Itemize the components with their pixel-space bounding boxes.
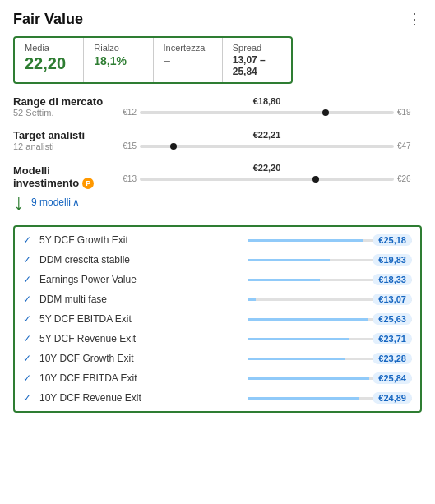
model-bar-area: €25,84	[248, 372, 412, 384]
model-bar-area: €19,83	[248, 254, 412, 266]
metrics-row: Media 22,20 Rialzo 18,1% Incertezza – Sp…	[13, 36, 293, 84]
model-bar-fill	[248, 279, 320, 281]
range-mercato-bar-wrapper: €12 €19	[112, 108, 422, 117]
model-bar-area: €23,28	[248, 353, 412, 364]
model-bar-fill	[248, 377, 369, 380]
model-row[interactable]: ✓10Y DCF EBITDA Exit€25,84	[15, 368, 420, 388]
incertezza-label: Incertezza	[164, 43, 212, 53]
model-value-badge: €24,89	[373, 392, 412, 404]
model-row[interactable]: ✓DDM crescita stabile€19,83	[15, 250, 420, 270]
model-name: DDM multi fase	[39, 294, 248, 305]
model-value-badge: €25,63	[373, 313, 412, 325]
range-mercato-max: €19	[397, 108, 422, 117]
modelli-label2: investimento	[13, 177, 79, 189]
model-bar-fill	[248, 298, 256, 301]
range-section: Range di mercato 52 Settim. €18,80 €12 €…	[13, 95, 422, 214]
modelli-label1: Modelli	[13, 164, 50, 177]
more-options-icon[interactable]: ⋮	[407, 10, 422, 28]
range-modelli-track	[140, 178, 394, 181]
range-mercato-min: €12	[112, 108, 137, 117]
model-bar-area: €25,63	[248, 313, 412, 325]
model-bar-area: €24,89	[248, 392, 412, 404]
spread-value: 13,07 – 25,84	[233, 54, 281, 77]
metric-media: Media 22,20	[15, 38, 84, 82]
range-mercato-sub: 52 Settim.	[13, 108, 112, 118]
model-name: 10Y DCF Revenue Exit	[39, 392, 248, 404]
model-name: 5Y DCF EBITDA Exit	[39, 313, 248, 325]
model-name: 10Y DCF EBITDA Exit	[39, 372, 248, 384]
model-bar-fill	[248, 358, 345, 360]
range-modelli-top-val: €22,20	[253, 163, 281, 173]
model-value-badge: €25,18	[373, 234, 412, 246]
model-value-badge: €19,83	[373, 254, 412, 266]
model-name: 5Y DCF Revenue Exit	[39, 333, 248, 344]
range-mercato-dot	[322, 109, 329, 116]
model-name: 10Y DCF Growth Exit	[39, 353, 248, 364]
modelli-link-text: 9 modelli	[31, 197, 71, 208]
model-bar-fill	[248, 259, 330, 261]
caret-icon: ∧	[72, 197, 80, 208]
range-mercato-top-val: €18,80	[253, 96, 281, 106]
incertezza-value: –	[164, 54, 212, 69]
range-analisti-top-val: €22,21	[253, 130, 281, 140]
page-header: Fair Value ⋮	[13, 10, 422, 28]
range-analisti-dot	[170, 143, 177, 150]
spread-label: Spread	[233, 43, 281, 53]
range-analisti-label-col: Target analisti 12 analisti	[13, 129, 112, 151]
model-check-icon: ✓	[23, 333, 35, 344]
media-label: Media	[25, 43, 73, 53]
model-bar-area: €13,07	[248, 294, 412, 305]
model-bar-area: €25,18	[248, 234, 412, 246]
range-modelli-dot	[312, 176, 319, 183]
model-bar-area: €23,71	[248, 333, 412, 344]
model-check-icon: ✓	[23, 234, 35, 246]
model-check-icon: ✓	[23, 313, 35, 325]
range-mercato-bar-col: €18,80 €12 €19	[112, 96, 422, 117]
model-bar-fill	[248, 318, 368, 321]
model-value-badge: €13,07	[373, 294, 412, 305]
model-check-icon: ✓	[23, 274, 35, 285]
model-value-badge: €23,71	[373, 333, 412, 344]
arrow-down-green-icon: ↓	[13, 191, 25, 214]
range-mercato-label-col: Range di mercato 52 Settim.	[13, 95, 112, 118]
range-analisti-track	[140, 145, 394, 148]
range-modelli-label-col: Modelli investimento P ↓ 9 modelli ∧	[13, 163, 112, 214]
range-analisti-label: Target analisti	[13, 129, 112, 141]
model-row[interactable]: ✓Earnings Power Value€18,33	[15, 270, 420, 289]
metric-rialzo: Rialzo 18,1%	[84, 38, 153, 82]
model-row[interactable]: ✓DDM multi fase€13,07	[15, 289, 420, 309]
page-title: Fair Value	[13, 11, 83, 28]
range-modelli-bar-wrapper: €13 €26	[112, 174, 422, 183]
model-value-badge: €23,28	[373, 353, 412, 364]
modelli-link[interactable]: 9 modelli ∧	[31, 197, 80, 208]
range-analisti-bar-col: €22,21 €15 €47	[112, 130, 422, 150]
model-check-icon: ✓	[23, 294, 35, 305]
range-mercato-row: Range di mercato 52 Settim. €18,80 €12 €…	[13, 95, 422, 118]
model-check-icon: ✓	[23, 392, 35, 404]
model-row[interactable]: ✓10Y DCF Growth Exit€23,28	[15, 349, 420, 368]
model-value-badge: €18,33	[373, 274, 412, 285]
model-row[interactable]: ✓5Y DCF Growth Exit€25,18	[15, 230, 420, 250]
range-modelli-bar-col: €22,20 €13 €26	[112, 163, 422, 183]
model-check-icon: ✓	[23, 372, 35, 384]
model-row[interactable]: ✓5Y DCF EBITDA Exit€25,63	[15, 309, 420, 329]
model-check-icon: ✓	[23, 254, 35, 266]
range-analisti-bar-wrapper: €15 €47	[112, 141, 422, 150]
model-value-badge: €25,84	[373, 372, 412, 384]
range-mercato-track	[140, 111, 394, 114]
modelli-p-icon: P	[82, 178, 94, 189]
model-bar-area: €18,33	[248, 274, 412, 285]
model-bar-fill	[248, 397, 359, 400]
rialzo-value: 18,1%	[94, 54, 142, 67]
model-name: 5Y DCF Growth Exit	[39, 234, 248, 246]
model-row[interactable]: ✓5Y DCF Revenue Exit€23,71	[15, 329, 420, 349]
model-row[interactable]: ✓10Y DCF Revenue Exit€24,89	[15, 388, 420, 408]
range-modelli-row: Modelli investimento P ↓ 9 modelli ∧ €22…	[13, 163, 422, 214]
range-mercato-label: Range di mercato	[13, 95, 112, 108]
model-name: Earnings Power Value	[39, 274, 248, 285]
range-analisti-sub: 12 analisti	[13, 141, 112, 151]
metric-incertezza: Incertezza –	[154, 38, 223, 82]
model-check-icon: ✓	[23, 353, 35, 364]
model-bar-fill	[248, 239, 363, 242]
range-analisti-row: Target analisti 12 analisti €22,21 €15 €…	[13, 129, 422, 151]
